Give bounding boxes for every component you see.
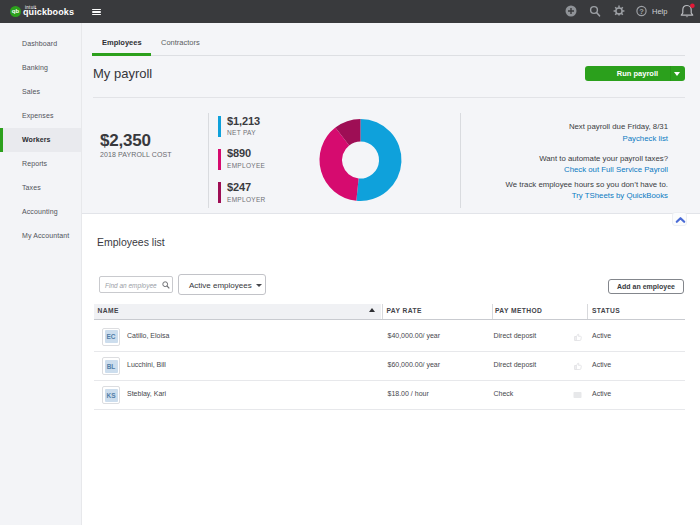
svg-text:?: ? [639, 7, 644, 16]
svg-text:Help: Help [652, 7, 667, 16]
